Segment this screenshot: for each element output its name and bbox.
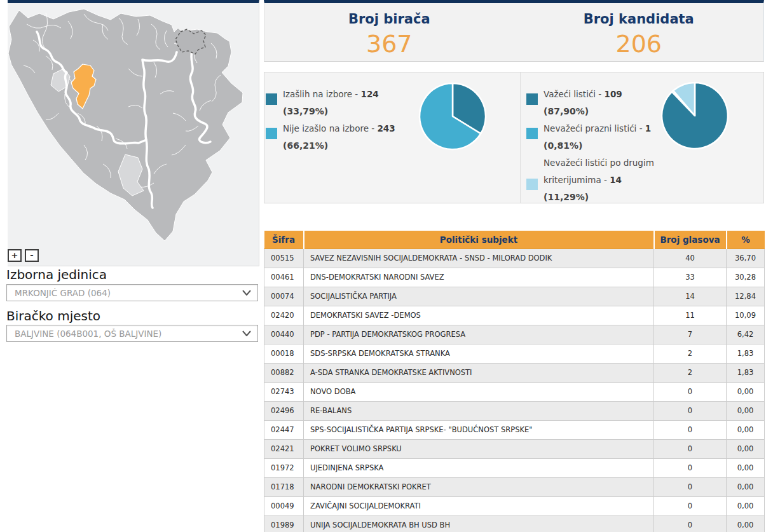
cell-name: RE-BALANS: [304, 401, 654, 420]
map-panel: + -: [8, 0, 259, 266]
table-row: 00018SDS-SRPSKA DEMOKRATSKA STRANKA21,83: [264, 344, 765, 363]
table-row: 00882A-SDA STRANKA DEMOKRATSKE AKTIVNOST…: [264, 363, 765, 382]
turnout-pie-chart: [414, 78, 491, 154]
cell-pct: 0,00: [727, 477, 765, 496]
cell-name: DEMOKRATSKI SAVEZ -DEMOS: [304, 306, 654, 325]
results-table: Šifra Politički subjekt Broj glasova % 0…: [264, 231, 765, 532]
table-row: 02420DEMOKRATSKI SAVEZ -DEMOS1110,09: [264, 306, 765, 325]
charts-panel: Izašlih na izbore - 124 (33,79%) Nije iz…: [264, 72, 764, 203]
cell-pct: 1,83: [727, 344, 765, 363]
cell-votes: 0: [654, 458, 727, 477]
cell-name: NARODNI DEMOKRATSKI POKRET: [304, 477, 654, 496]
cell-code: 01972: [264, 458, 304, 477]
cell-name: A-SDA STRANKA DEMOKRATSKE AKTIVNOSTI: [304, 363, 654, 382]
electoral-unit-select[interactable]: MRKONJIĆ GRAD (064): [6, 284, 258, 301]
cell-code: 00074: [264, 287, 304, 306]
legend-item: Izašlih na izbore - 124 (33,79%): [266, 86, 409, 120]
voters-stat: Broj birača 367: [264, 3, 514, 61]
map-zoom-out-button[interactable]: -: [25, 249, 39, 262]
cell-votes: 0: [654, 477, 727, 496]
electoral-unit-label: Izborna jedinica: [6, 267, 107, 282]
cell-code: 00515: [264, 249, 304, 268]
legend-item: Nije izašlo na izbore - 243 (66,21%): [266, 120, 409, 154]
legend-item: Važeći listići - 109 (87,90%): [526, 86, 663, 120]
cell-votes: 0: [654, 515, 727, 532]
cell-code: 00440: [264, 325, 304, 344]
cell-name: POKRET VOLIMO SRPSKU: [304, 439, 654, 458]
table-row: 00440PDP - PARTIJA DEMOKRATSKOG PROGRESA…: [264, 325, 765, 344]
cell-pct: 0,00: [727, 458, 765, 477]
cell-votes: 2: [654, 363, 727, 382]
cell-pct: 36,70: [727, 249, 765, 268]
polling-station-value: BALJVINE (064B001, OŠ BALJVINE): [15, 329, 161, 339]
cell-pct: 10,09: [727, 306, 765, 325]
header-code: Šifra: [264, 231, 304, 249]
legend-swatch-mid-icon: [526, 128, 538, 139]
voters-stat-label: Broj birača: [264, 11, 514, 27]
ballots-pie-chart: [657, 78, 733, 154]
candidates-stat-value: 206: [514, 30, 764, 58]
table-row: 00049ZAVIČAJNI SOCIJALDEMOKRATI00,00: [264, 496, 765, 515]
chevron-down-icon: [242, 290, 251, 296]
electoral-unit-value: MRKONJIĆ GRAD (064): [15, 288, 111, 298]
candidates-stat: Broj kandidata 206: [514, 3, 764, 61]
cell-code: 00882: [264, 363, 304, 382]
legend-item: Nevažeći prazni listići - 1 (0,81%): [526, 120, 663, 154]
cell-votes: 0: [654, 496, 727, 515]
cell-votes: 0: [654, 439, 727, 458]
table-row: 01972UJEDINJENA SRPSKA00,00: [264, 458, 765, 477]
cell-pct: 12,84: [727, 287, 765, 306]
legend-swatch-dark-icon: [266, 93, 277, 105]
cell-pct: 0,00: [727, 382, 765, 401]
cell-name: UNIJA SOCIJALDEMOKRATA BH USD BH: [304, 515, 654, 532]
header-percent: %: [727, 231, 765, 249]
cell-votes: 33: [654, 268, 727, 287]
cell-name: UJEDINJENA SRPSKA: [304, 458, 654, 477]
table-row: 01989UNIJA SOCIJALDEMOKRATA BH USD BH00,…: [264, 515, 765, 532]
map-zoom-in-button[interactable]: +: [8, 249, 22, 262]
cell-code: 00018: [264, 344, 304, 363]
table-row: 02743NOVO DOBA00,00: [264, 382, 765, 401]
cell-code: 02420: [264, 306, 304, 325]
table-row: 02496RE-BALANS00,00: [264, 401, 765, 420]
cell-pct: 6,42: [727, 325, 765, 344]
candidates-stat-label: Broj kandidata: [514, 11, 764, 27]
cell-name: ZAVIČAJNI SOCIJALDEMOKRATI: [304, 496, 654, 515]
cell-pct: 0,00: [727, 515, 765, 532]
cell-pct: 30,28: [727, 268, 765, 287]
ballots-chart-section: Važeći listići - 109 (87,90%) Nevažeći p…: [521, 72, 763, 203]
cell-name: SAVEZ NEZAVISNIH SOCIJALDEMOKRATA - SNSD…: [304, 249, 654, 268]
cell-pct: 0,00: [727, 420, 765, 439]
cell-code: 02743: [264, 382, 304, 401]
legend-swatch-light-icon: [526, 179, 538, 190]
cell-votes: 7: [654, 325, 727, 344]
cell-votes: 11: [654, 306, 727, 325]
bih-municipalities-map[interactable]: [8, 5, 258, 248]
turnout-chart-section: Izašlih na izbore - 124 (33,79%) Nije iz…: [264, 72, 521, 203]
cell-votes: 0: [654, 401, 727, 420]
cell-votes: 40: [654, 249, 727, 268]
cell-code: 02421: [264, 439, 304, 458]
polling-station-select[interactable]: BALJVINE (064B001, OŠ BALJVINE): [6, 325, 258, 342]
table-row: 00074SOCIJALISTIČKA PARTIJA1412,84: [264, 287, 765, 306]
voters-stat-value: 367: [264, 30, 514, 58]
table-header-row: Šifra Politički subjekt Broj glasova %: [264, 231, 765, 249]
header-political-subject: Politički subjekt: [304, 231, 654, 249]
cell-code: 00461: [264, 268, 304, 287]
cell-votes: 0: [654, 382, 727, 401]
cell-votes: 0: [654, 420, 727, 439]
chevron-down-icon: [242, 331, 251, 336]
table-row: 00515SAVEZ NEZAVISNIH SOCIJALDEMOKRATA -…: [264, 249, 765, 268]
results-table-body: 00515SAVEZ NEZAVISNIH SOCIJALDEMOKRATA -…: [264, 249, 765, 532]
cell-code: 01718: [264, 477, 304, 496]
legend-swatch-mid-icon: [266, 128, 277, 139]
turnout-legend: Izašlih na izbore - 124 (33,79%) Nije iz…: [266, 86, 409, 154]
polling-station-label: Biračko mjesto: [6, 308, 100, 324]
legend-item: Nevažeći listići po drugim kriterijumima…: [526, 154, 663, 206]
cell-votes: 14: [654, 287, 727, 306]
cell-pct: 1,83: [727, 363, 765, 382]
cell-votes: 2: [654, 344, 727, 363]
cell-code: 02496: [264, 401, 304, 420]
cell-name: SDS-SRPSKA DEMOKRATSKA STRANKA: [304, 344, 654, 363]
cell-pct: 0,00: [727, 439, 765, 458]
